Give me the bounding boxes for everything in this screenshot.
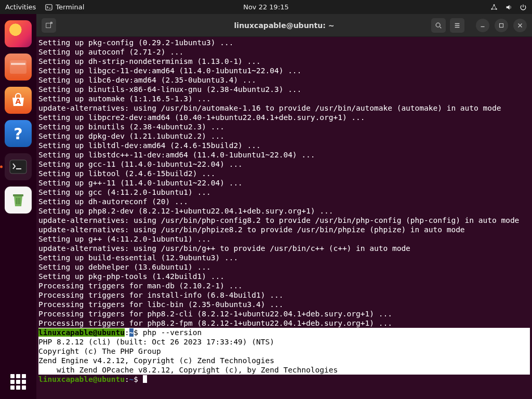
power-icon[interactable] [520,4,527,11]
hamburger-icon [454,22,461,29]
terminal-output[interactable]: Setting up pkg-config (0.29.2-1ubuntu3) … [36,37,532,399]
window-title: linuxcapable@ubuntu: ~ [234,21,335,30]
svg-rect-11 [51,22,52,23]
activities-button[interactable]: Activities [5,3,36,11]
dock-software[interactable]: A [5,87,32,114]
active-app-label: Terminal [56,3,84,11]
minimize-icon [479,22,486,29]
bag-icon: A [9,92,27,108]
svg-rect-4 [10,60,26,74]
gnome-topbar: Activities Terminal Nov 22 19:15 [0,0,532,14]
question-icon: ? [14,125,22,143]
maximize-button[interactable] [495,19,508,32]
cursor [143,375,147,383]
svg-rect-10 [46,23,51,28]
close-icon [516,22,524,29]
minimize-button[interactable] [476,19,489,32]
files-icon [9,60,27,74]
clock[interactable]: Nov 22 19:15 [243,3,289,11]
svg-rect-0 [46,4,52,10]
svg-rect-13 [481,26,485,26]
svg-rect-5 [11,63,25,65]
dock-help[interactable]: ? [5,120,32,147]
dock-files[interactable] [5,54,32,81]
svg-rect-9 [13,194,23,196]
svg-rect-14 [500,23,503,27]
search-button[interactable] [431,18,446,33]
new-tab-icon [45,22,52,29]
new-tab-button[interactable] [42,18,56,33]
close-button[interactable] [513,19,527,32]
search-icon [435,22,442,29]
terminal-window: linuxcapable@ubuntu: ~ Setting up pkg [36,14,532,399]
terminal-icon [9,159,27,174]
svg-text:A: A [16,97,21,105]
titlebar[interactable]: linuxcapable@ubuntu: ~ [36,14,532,37]
dock-firefox[interactable] [5,20,32,47]
svg-rect-8 [16,168,21,169]
dock-terminal[interactable] [5,153,32,180]
terminal-app-icon [45,4,52,11]
svg-point-12 [436,23,440,27]
trash-icon [11,192,25,208]
show-apps-button[interactable] [10,374,26,390]
svg-rect-7 [10,160,26,174]
dock-trash[interactable] [5,187,32,214]
dock: A ? [0,14,36,399]
network-icon[interactable] [490,4,498,11]
maximize-icon [498,22,505,29]
volume-icon[interactable] [505,4,512,11]
menu-button[interactable] [450,18,464,33]
active-app-menu[interactable]: Terminal [45,3,84,11]
